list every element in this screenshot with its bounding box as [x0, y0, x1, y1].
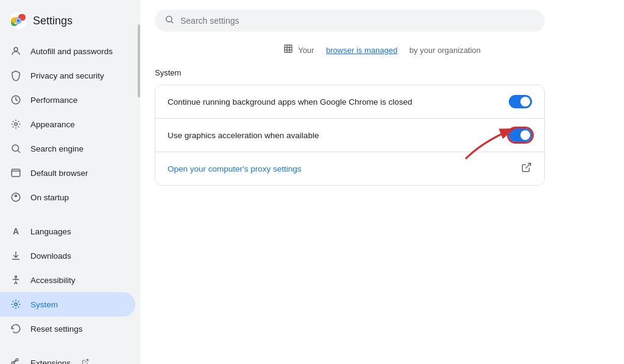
gpu-toggle[interactable] — [509, 128, 532, 142]
sidebar-item-reset-label: Reset settings — [30, 324, 83, 334]
settings-row-proxy[interactable]: Open your computer's proxy settings — [155, 152, 544, 185]
sidebar-item-autofill-label: Autofill and passwords — [30, 47, 113, 56]
sidebar-item-appearance-label: Appearance — [30, 120, 75, 129]
main-content: Your browser is managed by your organiza… — [140, 0, 624, 364]
sidebar-item-extensions[interactable]: Extensions — [0, 351, 135, 364]
sidebar-title: Settings — [33, 15, 73, 27]
sidebar-item-system[interactable]: System — [0, 292, 135, 317]
sidebar-item-extensions-label: Extensions — [30, 359, 71, 365]
sidebar-item-autofill[interactable]: Autofill and passwords — [0, 39, 135, 63]
search-icon — [165, 15, 174, 27]
chrome-logo-icon — [10, 12, 27, 29]
extensions-icon — [10, 357, 22, 364]
sidebar-item-appearance[interactable]: Appearance — [0, 112, 135, 136]
sidebar-item-languages-label: Languages — [30, 227, 71, 236]
sidebar: Settings Autofill and passwords Privacy … — [0, 0, 140, 364]
sidebar-item-privacy-label: Privacy and security — [30, 71, 104, 80]
sidebar-item-accessibility[interactable]: Accessibility — [0, 268, 135, 292]
svg-point-11 — [15, 276, 17, 278]
performance-icon — [10, 94, 22, 106]
default-browser-icon — [10, 167, 22, 179]
settings-card: Continue running background apps when Go… — [155, 85, 545, 186]
svg-point-12 — [15, 303, 18, 306]
sidebar-header: Settings — [0, 7, 140, 39]
autofill-icon — [10, 45, 22, 57]
sidebar-item-search-engine-label: Search engine — [30, 144, 83, 153]
sidebar-item-on-startup[interactable]: On startup — [0, 185, 135, 209]
background-apps-label: Continue running background apps when Go… — [168, 97, 413, 107]
reset-icon — [10, 323, 22, 335]
building-icon — [283, 44, 293, 56]
on-startup-icon — [10, 191, 22, 203]
svg-rect-18 — [285, 45, 292, 52]
svg-point-5 — [14, 47, 18, 51]
proxy-external-icon[interactable] — [521, 162, 532, 175]
sidebar-item-search-engine[interactable]: Search engine — [0, 136, 135, 161]
sidebar-item-performance-label: Performance — [30, 96, 77, 105]
settings-row-background-apps: Continue running background apps when Go… — [155, 85, 544, 119]
settings-row-gpu: Use graphics acceleration when available — [155, 119, 544, 152]
sidebar-item-accessibility-label: Accessibility — [30, 276, 76, 285]
downloads-icon — [10, 250, 22, 262]
search-engine-icon — [10, 142, 22, 155]
managed-link[interactable]: browser is managed — [326, 46, 397, 55]
search-input[interactable] — [180, 16, 535, 26]
svg-point-4 — [16, 19, 20, 23]
svg-line-19 — [526, 163, 531, 168]
sidebar-item-downloads[interactable]: Downloads — [0, 243, 135, 268]
gpu-slider — [509, 128, 532, 142]
managed-text-after: by your organization — [410, 46, 481, 55]
sidebar-scrollbar-thumb[interactable] — [138, 24, 140, 97]
privacy-icon — [10, 69, 22, 82]
appearance-icon — [10, 118, 22, 130]
svg-point-8 — [12, 145, 19, 152]
sidebar-item-languages[interactable]: A Languages — [0, 219, 135, 243]
background-apps-slider — [509, 95, 532, 108]
accessibility-icon — [10, 274, 22, 286]
proxy-label: Open your computer's proxy settings — [168, 164, 301, 173]
section-title: System — [155, 68, 609, 77]
sidebar-item-privacy[interactable]: Privacy and security — [0, 63, 135, 88]
sidebar-item-default-browser-label: Default browser — [30, 169, 88, 178]
sidebar-item-performance[interactable]: Performance — [0, 88, 135, 112]
managed-banner: Your browser is managed by your organiza… — [155, 44, 609, 56]
sidebar-item-on-startup-label: On startup — [30, 193, 69, 202]
system-icon — [10, 298, 22, 310]
settings-section: Continue running background apps when Go… — [155, 85, 545, 186]
sidebar-item-system-label: System — [30, 300, 58, 309]
sidebar-item-downloads-label: Downloads — [30, 251, 71, 261]
gpu-label: Use graphics acceleration when available — [168, 131, 319, 140]
background-apps-toggle[interactable] — [509, 95, 532, 108]
languages-icon: A — [10, 225, 22, 237]
sidebar-item-reset[interactable]: Reset settings — [0, 317, 135, 341]
svg-point-7 — [15, 123, 18, 126]
svg-point-17 — [166, 16, 172, 22]
extensions-external-icon — [82, 359, 89, 365]
svg-rect-9 — [12, 169, 20, 177]
search-bar[interactable] — [155, 10, 545, 32]
managed-text-before: Your — [298, 46, 314, 55]
sidebar-item-default-browser[interactable]: Default browser — [0, 161, 135, 185]
svg-line-13 — [85, 359, 88, 363]
